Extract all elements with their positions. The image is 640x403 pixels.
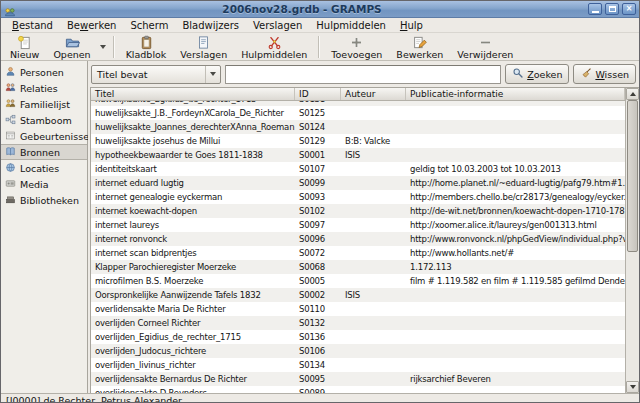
table-row[interactable]: internet laureysS0097http://xoomer.alice… [91, 218, 625, 232]
cell-auteur: ISIS [341, 290, 406, 300]
table-row[interactable]: hypotheekbewaarder te Goes 1811-1838S000… [91, 148, 625, 162]
sources-icon [5, 146, 16, 159]
cell-auteur: ISIS [341, 150, 406, 160]
search-icon [512, 67, 524, 81]
events-icon [5, 130, 16, 143]
sidebar-item-gebeurtenissen[interactable]: Gebeurtenissen [1, 128, 87, 144]
restore-button[interactable] [605, 3, 619, 15]
menu-hulp[interactable]: Hulp [393, 20, 430, 31]
table-row[interactable]: microfilmen B.S. MoerzekeS0005film # 1.1… [91, 274, 625, 288]
table-row[interactable]: overlijdensakte Bernardus De RichterS009… [91, 372, 625, 386]
table-row[interactable]: huwelijksakte_Joannes_derechterXAnna_Roe… [91, 120, 625, 134]
table-row[interactable]: internet koewacht-dopenS0102http://de-wi… [91, 204, 625, 218]
nieuw-button[interactable]: Nieuw [3, 34, 46, 60]
table-row[interactable]: internet eduard lugtigS0099http://home.p… [91, 176, 625, 190]
openen-button-label: Openen [53, 50, 90, 60]
cell-titel: Klapper Parochieregister Moerzeke [91, 262, 295, 272]
cell-publicatie: http://home.planet.nl/~eduard-lugtig/paf… [406, 178, 625, 188]
bewerken-button[interactable]: Bewerken [389, 34, 450, 60]
cell-titel: overlijden_Egidius_de_rechter_1715 [91, 332, 295, 342]
sidebar-item-stamboom[interactable]: Stamboom [1, 112, 87, 128]
cell-publicatie: film # 1.119.582 en film # 1.119.585 gef… [406, 276, 625, 286]
toevoegen-button[interactable]: Toevoegen [324, 34, 389, 60]
menu-bewerken[interactable]: Bewerken [60, 20, 123, 31]
minimize-button[interactable] [588, 3, 602, 15]
table-row[interactable]: overlijden_Judocus_richtereS0106 [91, 344, 625, 358]
column-header-publicatie[interactable]: Publicatie-informatie [406, 88, 625, 100]
menu-bladwijzers[interactable]: Bladwijzers [175, 20, 246, 31]
chevron-down-icon[interactable] [205, 66, 220, 83]
cell-titel: internet eduard lugtig [91, 178, 295, 188]
column-header-id[interactable]: ID [295, 88, 341, 100]
cell-titel: overlidensakte Maria De Richter [91, 304, 295, 314]
column-header-auteur[interactable]: Auteur [341, 88, 406, 100]
cell-id: S0095 [295, 374, 341, 384]
cell-titel: internet koewacht-dopen [91, 206, 295, 216]
table-row[interactable]: Klapper Parochieregister MoerzekeS00681.… [91, 260, 625, 274]
sidebar-item-personen[interactable]: Personen [1, 64, 87, 80]
scrollbar-thumb[interactable] [627, 100, 638, 252]
table-row[interactable]: overlijden_livinus_richterS0134 [91, 358, 625, 372]
close-button[interactable]: × [622, 3, 636, 15]
table-row[interactable]: huwelijksakte josehus de MilluiS0129B:B:… [91, 134, 625, 148]
nieuw-button-label: Nieuw [10, 50, 39, 60]
cell-titel: overlijden Corneel Richter [91, 318, 295, 328]
cell-id: S0099 [295, 178, 341, 188]
menu-verslagen[interactable]: Verslagen [246, 20, 309, 31]
menu-bestand[interactable]: Bestand [5, 20, 60, 31]
family-list-icon [5, 98, 16, 111]
filter-field-select[interactable]: Titel bevat [91, 65, 221, 84]
table-row[interactable]: overlijdensakte D.ReyndersS0089 [91, 386, 625, 393]
kladblok-button[interactable]: Kladblok [119, 34, 174, 60]
table-row[interactable]: overlidensakte Maria De RichterS0110 [91, 302, 625, 316]
relations-icon [5, 82, 16, 95]
vertical-scrollbar[interactable] [625, 88, 639, 393]
cell-titel: internet laureys [91, 220, 295, 230]
sidebar-item-locaties[interactable]: Locaties [1, 160, 87, 176]
menubar: BestandBewerkenSchermBladwijzersVerslage… [1, 18, 639, 33]
column-header-titel[interactable]: Titel [91, 88, 295, 100]
search-button[interactable]: Zoeken [505, 64, 569, 84]
table-row[interactable]: identiteitskaartS0107geldig tot 10.03.20… [91, 162, 625, 176]
cell-id: S0097 [295, 220, 341, 230]
sidebar-item-media[interactable]: Media [1, 176, 87, 192]
sidebar-item-relaties[interactable]: Relaties [1, 80, 87, 96]
menu-hulpmiddelen[interactable]: Hulpmiddelen [309, 20, 393, 31]
cell-id: S0005 [295, 276, 341, 286]
table-row[interactable]: internet ronvonckS0096http://www.ronvonc… [91, 232, 625, 246]
titlebar[interactable]: 2006nov28.grdb - GRAMPS × [1, 1, 639, 18]
scroll-down-icon[interactable] [626, 381, 639, 393]
main-area: PersonenRelatiesFamilielijstStamboomGebe… [1, 61, 639, 393]
table-row[interactable]: internet scan bidprentjesS0072http://www… [91, 246, 625, 260]
table-row[interactable]: huwelijksakte_J.B._FordeynXCarola_De_Ric… [91, 106, 625, 120]
cell-publicatie: http://xoomer.alice.it/laureys/gen001313… [406, 220, 625, 230]
cell-titel: overlijdensakte Bernardus De Richter [91, 374, 295, 384]
openen-button[interactable]: Openen [46, 34, 97, 60]
menu-scherm[interactable]: Scherm [123, 20, 175, 31]
cell-id: S0093 [295, 192, 341, 202]
cell-id: S0102 [295, 206, 341, 216]
repositories-icon [5, 194, 16, 207]
scroll-up-icon[interactable] [626, 88, 639, 100]
scrollbar-track[interactable] [626, 100, 639, 381]
sidebar-item-familielijst[interactable]: Familielijst [1, 96, 87, 112]
pedigree-icon [5, 114, 16, 127]
cell-titel: huwelijksakte josehus de Millui [91, 136, 295, 146]
sources-table: Titel ID Auteur Publicatie-informatie hu… [90, 87, 639, 393]
sidebar-item-bibliotheken[interactable]: Bibliotheken [1, 192, 87, 208]
table-row[interactable]: internet genealogie eyckermanS0093http:/… [91, 190, 625, 204]
sidebar-item-bronnen[interactable]: Bronnen [1, 144, 87, 160]
search-input[interactable] [225, 65, 501, 84]
table-row[interactable]: overlijden Corneel RichterS0132 [91, 316, 625, 330]
cell-id: S0001 [295, 150, 341, 160]
table-main: Titel ID Auteur Publicatie-informatie hu… [91, 88, 625, 393]
table-row[interactable]: Oorspronkelijke Aanwijzende Tafels 1832S… [91, 288, 625, 302]
search-button-label: Zoeken [527, 69, 562, 80]
table-row[interactable]: overlijden_Egidius_de_rechter_1715S0136 [91, 330, 625, 344]
clear-button[interactable]: Wissen [573, 64, 636, 84]
openen-dropdown-button[interactable] [98, 34, 109, 60]
verslagen-button[interactable]: Verslagen [173, 34, 234, 60]
cell-id: S0002 [295, 290, 341, 300]
verwijderen-button[interactable]: Verwijderen [450, 34, 520, 60]
hulpmiddelen-button[interactable]: Hulpmiddelen [234, 34, 314, 60]
